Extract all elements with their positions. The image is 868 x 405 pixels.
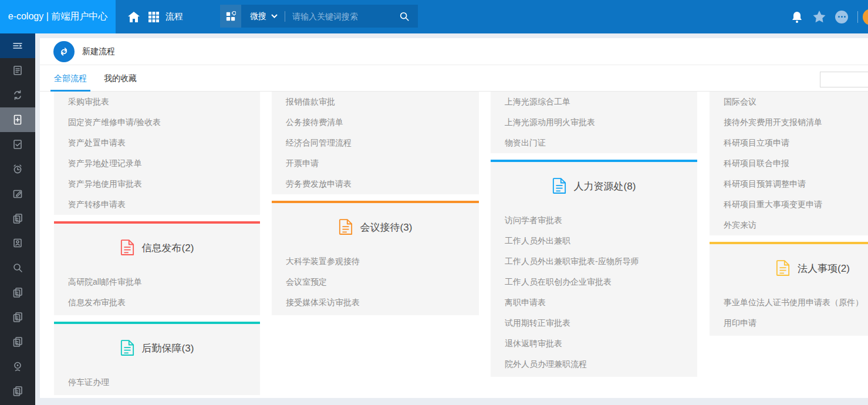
- workflow-link[interactable]: 工作人员外出兼职: [491, 231, 697, 251]
- workflow-link[interactable]: 经济合同管理流程: [272, 133, 479, 153]
- sidebar-item-copy[interactable]: [0, 206, 35, 231]
- search-icon[interactable]: [399, 11, 410, 22]
- category-card: 法人事项(2)事业单位法人证书使用申请表（原件）用印申请: [710, 242, 868, 336]
- workflow-link[interactable]: 院外人员办理兼职流程: [491, 354, 697, 374]
- notifications-bell-icon[interactable]: [786, 11, 808, 23]
- flow-nav-label: 流程: [166, 11, 183, 22]
- tab-my-favorites[interactable]: 我的收藏: [100, 65, 140, 92]
- sidebar-item-webcam[interactable]: [0, 354, 35, 379]
- workflow-link[interactable]: 接待外宾费用开支报销清单: [710, 112, 868, 133]
- sidebar-item-menu[interactable]: [0, 33, 35, 58]
- workflow-link[interactable]: 大科学装置参观接待: [272, 251, 479, 272]
- workflow-link[interactable]: 物资出门证: [491, 133, 697, 153]
- tab-all-workflows[interactable]: 全部流程: [50, 65, 90, 92]
- user-avatar[interactable]: [863, 9, 868, 25]
- sidebar-item-copy[interactable]: [0, 379, 35, 403]
- category-card: 上海光源综合工单上海光源动用明火审批表物资出门证: [491, 92, 697, 153]
- favorites-star-icon[interactable]: [808, 11, 830, 23]
- workflow-link[interactable]: 资产处置申请表: [54, 133, 260, 153]
- workflow-link[interactable]: 事业单位法人证书使用申请表（原件）: [710, 292, 868, 313]
- search-icon: [12, 262, 23, 274]
- topbar-separator: [857, 11, 858, 23]
- workflow-link[interactable]: 科研项目联合申报: [710, 153, 868, 174]
- left-sidebar: [0, 33, 35, 405]
- workflow-link[interactable]: 上海光源动用明火审批表: [491, 112, 697, 133]
- category-card: 后勤保障(3)停车证办理: [54, 322, 260, 395]
- workflow-link[interactable]: 国际会议: [710, 92, 868, 112]
- main-panel: 新建流程 全部流程 我的收藏 采购审批表固定资产维修申请/验收表资产处置申请表资…: [40, 38, 868, 398]
- workflow-link[interactable]: 开票申请: [272, 153, 479, 174]
- app-logo[interactable]: e-cology | 前端用户中心: [0, 0, 116, 33]
- more-options-icon[interactable]: [830, 11, 853, 23]
- category-document-icon: [120, 239, 134, 256]
- search-scope-selector[interactable]: 微搜: [250, 11, 266, 22]
- category-title: 信息发布(2): [142, 241, 194, 255]
- workflow-link[interactable]: 高研院all邮件审批单: [54, 272, 260, 292]
- sidebar-item-copy[interactable]: [0, 280, 35, 305]
- sidebar-item-copy[interactable]: [0, 305, 35, 329]
- workflow-link[interactable]: 资产转移申请表: [54, 194, 260, 215]
- workflow-link[interactable]: 用印申请: [710, 313, 868, 333]
- id-card-icon: [12, 237, 23, 249]
- workflow-link[interactable]: 科研项目预算调整申请: [710, 174, 868, 194]
- sidebar-item-new-document[interactable]: [0, 107, 35, 132]
- sidebar-item-copy[interactable]: [0, 329, 35, 354]
- category-title: 后勤保障(3): [142, 342, 194, 355]
- category-card: 会议接待(3)大科学装置参观接待会议室预定接受媒体采访审批表: [272, 201, 479, 315]
- workflow-link[interactable]: 工作人员在职创办企业审批表: [491, 272, 697, 292]
- workflow-link[interactable]: 科研项目重大事项变更申请: [710, 194, 868, 215]
- sidebar-item-alarm-clock[interactable]: [0, 157, 35, 181]
- global-search-input[interactable]: [292, 12, 386, 21]
- workflow-link[interactable]: 劳务费发放申请表: [272, 174, 479, 194]
- workflow-link[interactable]: 外宾来访: [710, 215, 868, 235]
- workflow-link[interactable]: 退休返聘审批表: [491, 333, 697, 354]
- workflow-link[interactable]: 会议室预定: [272, 272, 479, 292]
- grid-icon: [148, 11, 160, 23]
- sidebar-item-task-check[interactable]: [0, 132, 35, 157]
- workflow-column-1: 采购审批表固定资产维修申请/验收表资产处置申请表资产异地处理记录单资产异地使用审…: [54, 92, 260, 398]
- workflow-link[interactable]: 信息发布审批表: [54, 292, 260, 313]
- category-title: 人力资源处(8): [574, 180, 636, 193]
- category-card: 采购审批表固定资产维修申请/验收表资产处置申请表资产异地处理记录单资产异地使用审…: [54, 92, 260, 215]
- sidebar-item-sync[interactable]: [0, 83, 35, 107]
- workflow-link[interactable]: 资产异地使用审批表: [54, 174, 260, 194]
- category-header: 后勤保障(3): [54, 324, 260, 372]
- sync-icon: [12, 89, 23, 101]
- workflow-link[interactable]: 资产异地处理记录单: [54, 153, 260, 174]
- workflow-link[interactable]: 公务接待费清单: [272, 112, 479, 133]
- workflow-link[interactable]: 报销借款审批: [272, 92, 479, 112]
- apps-switch-button[interactable]: [220, 5, 241, 28]
- workflow-link[interactable]: 离职申请表: [491, 292, 697, 313]
- copy-icon: [12, 385, 23, 397]
- sidebar-item-edit[interactable]: [0, 181, 35, 206]
- workflow-link[interactable]: 固定资产维修申请/验收表: [54, 112, 260, 133]
- workflow-columns: 采购审批表固定资产维修申请/验收表资产处置申请表资产异地处理记录单资产异地使用审…: [40, 92, 868, 398]
- workflow-link[interactable]: 访问学者审批表: [491, 210, 697, 231]
- category-card: 人力资源处(8)访问学者审批表工作人员外出兼职工作人员外出兼职审批表-应物所导师…: [491, 160, 697, 377]
- category-document-icon: [552, 178, 566, 194]
- workflow-link[interactable]: 停车证办理: [54, 372, 260, 393]
- sidebar-item-document[interactable]: [0, 58, 35, 83]
- workflow-link[interactable]: 采购审批表: [54, 92, 260, 112]
- flow-nav-button[interactable]: 流程: [148, 0, 183, 33]
- copy-icon: [12, 212, 23, 224]
- sidebar-item-search[interactable]: [0, 255, 35, 280]
- sidebar-item-id-card[interactable]: [0, 231, 35, 255]
- tab-bar: 全部流程 我的收藏: [40, 65, 868, 92]
- workflow-link[interactable]: 工作人员外出兼职审批表-应物所导师: [491, 251, 697, 272]
- home-icon: [127, 11, 140, 23]
- workflow-column-4: 国际会议接待外宾费用开支报销清单科研项目立项申请科研项目联合申报科研项目预算调整…: [710, 92, 868, 342]
- workflow-filter-input[interactable]: [820, 72, 868, 87]
- home-nav-button[interactable]: [125, 0, 143, 33]
- workflow-link[interactable]: 上海光源综合工单: [491, 92, 697, 112]
- workflow-column-2: 报销借款审批公务接待费清单经济合同管理流程开票申请劳务费发放申请表会议接待(3)…: [272, 92, 479, 322]
- workflow-column-3: 上海光源综合工单上海光源动用明火审批表物资出门证人力资源处(8)访问学者审批表工…: [491, 92, 697, 383]
- new-document-icon: [12, 114, 23, 126]
- workflow-link[interactable]: 试用期转正审批表: [491, 313, 697, 333]
- task-check-icon: [12, 139, 23, 150]
- webcam-icon: [12, 360, 23, 372]
- copy-icon: [12, 336, 23, 347]
- chevron-down-icon[interactable]: [271, 14, 278, 18]
- workflow-link[interactable]: 科研项目立项申请: [710, 133, 868, 153]
- workflow-link[interactable]: 接受媒体采访审批表: [272, 292, 479, 313]
